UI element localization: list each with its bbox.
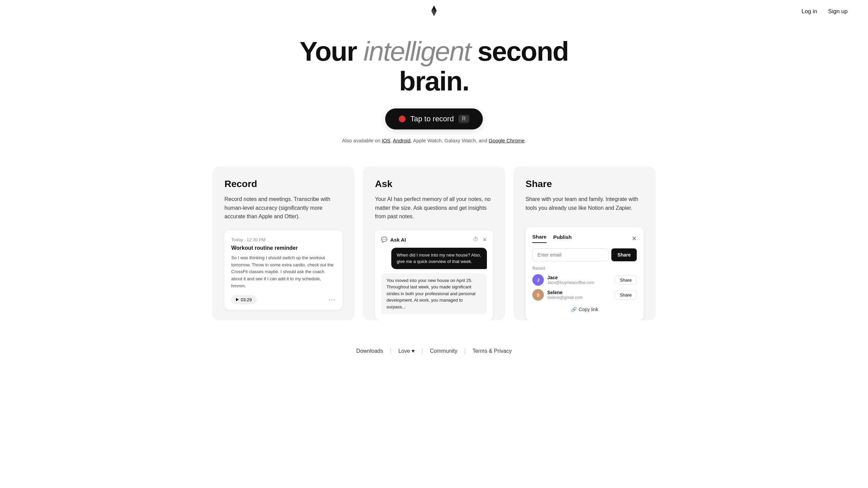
user-message-bubble: When did I move into my new house? Also,… bbox=[391, 248, 487, 269]
share-card: Share Share with your team and family. I… bbox=[513, 166, 656, 320]
selene-info: Selene Selene@gmail.com bbox=[547, 290, 611, 300]
note-title: Workout routine reminder bbox=[231, 245, 336, 251]
copy-link-button[interactable]: 🔗 Copy link bbox=[532, 304, 637, 315]
signup-link[interactable]: Sign up bbox=[828, 8, 848, 15]
chat-bubbles: When did I move into my new house? Also,… bbox=[381, 248, 487, 314]
record-note-preview: Today · 12:30 PM Workout routine reminde… bbox=[224, 230, 342, 310]
ask-header-icons: ⏱ ✕ bbox=[473, 237, 487, 243]
copy-link-label: Copy link bbox=[579, 307, 598, 312]
ask-card-desc: Your AI has perfect memory of all your n… bbox=[375, 195, 493, 221]
hero-section: Your intelligent second brain. Tap to re… bbox=[281, 23, 587, 166]
close-icon[interactable]: ✕ bbox=[482, 237, 487, 243]
ai-message-bubble: You moved into your new house on April 2… bbox=[381, 273, 487, 314]
record-card: Record Record notes and meetings. Transc… bbox=[212, 166, 355, 320]
share-card-desc: Share with your team and family. Integra… bbox=[526, 195, 644, 212]
note-duration: 03:29 bbox=[241, 297, 252, 302]
selene-share-button[interactable]: Share bbox=[615, 290, 637, 300]
record-card-desc: Record notes and meetings. Transcribe wi… bbox=[224, 195, 342, 221]
recent-label: Recent bbox=[532, 266, 637, 271]
feature-cards: Record Record notes and meetings. Transc… bbox=[197, 166, 671, 341]
ask-ai-label: Ask AI bbox=[390, 237, 406, 243]
footer-love-link[interactable]: Love ♥ bbox=[392, 348, 422, 354]
share-send-button[interactable]: Share bbox=[611, 248, 637, 261]
ask-ai-label-row: 💬 Ask AI bbox=[381, 237, 406, 243]
tap-to-record-button[interactable]: Tap to record R bbox=[385, 108, 483, 129]
link-icon: 🔗 bbox=[571, 307, 577, 312]
ios-link[interactable]: iOS bbox=[382, 138, 390, 143]
selene-name: Selene bbox=[547, 290, 611, 295]
chrome-link[interactable]: Google Chrome bbox=[489, 138, 525, 143]
recent-person-selene: S Selene Selene@gmail.com Share bbox=[532, 289, 637, 301]
jace-name: Jace bbox=[547, 275, 611, 280]
selene-email: Selene@gmail.com bbox=[547, 295, 611, 300]
logo-icon bbox=[427, 4, 441, 18]
jace-info: Jace Jace@buymeacoffee.com bbox=[547, 275, 611, 285]
share-email-input[interactable] bbox=[532, 248, 609, 261]
ask-card: Ask Your AI has perfect memory of all yo… bbox=[363, 166, 505, 320]
tab-publish[interactable]: Publish bbox=[553, 234, 572, 243]
play-button[interactable]: 03:29 bbox=[231, 295, 257, 304]
android-link[interactable]: Android bbox=[393, 138, 411, 143]
record-label: Tap to record bbox=[410, 115, 454, 123]
header-nav: Log in Sign up bbox=[802, 8, 848, 15]
hero-title-italic: intelligent bbox=[363, 36, 471, 66]
note-body: So I was thinking I should switch up the… bbox=[231, 255, 336, 290]
share-modal: Share Publish ✕ Share Recent J Jace Jace… bbox=[526, 227, 644, 320]
platform-availability: Also available on iOS, Android, Apple Wa… bbox=[342, 138, 526, 143]
record-keyboard-shortcut: R bbox=[458, 115, 469, 123]
note-meta: Today · 12:30 PM bbox=[231, 237, 336, 242]
login-link[interactable]: Log in bbox=[802, 8, 817, 15]
bubble-icon: 💬 bbox=[381, 237, 388, 243]
share-modal-close-button[interactable]: ✕ bbox=[632, 235, 637, 242]
jace-email: Jace@buymeacoffee.com bbox=[547, 280, 611, 285]
selene-avatar: S bbox=[532, 289, 544, 301]
footer-community-link[interactable]: Community bbox=[423, 348, 464, 354]
more-options-button[interactable]: ··· bbox=[329, 296, 336, 303]
footer-downloads-link[interactable]: Downloads bbox=[350, 348, 390, 354]
jace-share-button[interactable]: Share bbox=[615, 276, 637, 285]
footer-terms-link[interactable]: Terms & Privacy bbox=[466, 348, 519, 354]
play-triangle-icon bbox=[236, 298, 239, 301]
hero-title: Your intelligent second brain. bbox=[288, 37, 580, 96]
hero-title-part1: Your bbox=[300, 36, 364, 66]
record-dot-icon bbox=[399, 116, 406, 122]
jace-avatar: J bbox=[532, 274, 544, 286]
share-card-title: Share bbox=[526, 179, 644, 189]
ask-ai-preview: 💬 Ask AI ⏱ ✕ When did I move into my new… bbox=[375, 230, 493, 321]
share-tabs: Share Publish ✕ bbox=[532, 234, 637, 243]
history-icon[interactable]: ⏱ bbox=[473, 237, 478, 243]
record-card-title: Record bbox=[224, 179, 342, 189]
footer: Downloads | Love ♥ | Community | Terms &… bbox=[350, 341, 518, 365]
tab-share[interactable]: Share bbox=[532, 234, 547, 243]
recent-person-jace: J Jace Jace@buymeacoffee.com Share bbox=[532, 274, 637, 286]
share-email-row: Share bbox=[532, 248, 637, 261]
ask-card-title: Ask bbox=[375, 179, 493, 189]
header: Log in Sign up bbox=[0, 0, 868, 23]
logo bbox=[427, 4, 441, 19]
